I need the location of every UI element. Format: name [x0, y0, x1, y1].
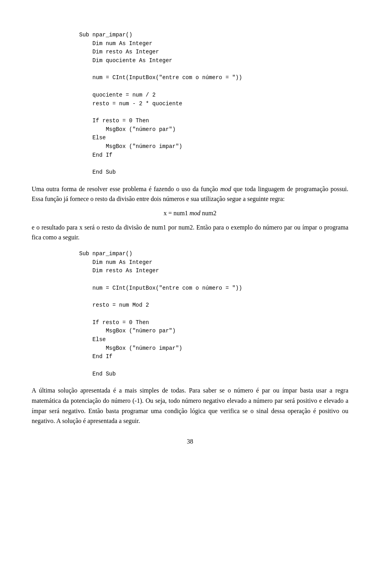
code-block-2: Sub npar_impar() Dim num As Integer Dim … — [79, 250, 348, 378]
code-block-1: Sub npar_impar() Dim num As Integer Dim … — [79, 31, 348, 177]
page-number: 38 — [32, 438, 348, 445]
prose-paragraph-3: A última solução apresentada é a mais si… — [32, 385, 348, 426]
formula-display: x = num1 mod num2 — [32, 210, 348, 217]
prose-paragraph-1: Uma outra forma de resolver esse problem… — [32, 184, 348, 204]
page: Sub npar_impar() Dim num As Integer Dim … — [0, 0, 380, 588]
prose-paragraph-2: e o resultado para x será o resto da div… — [32, 222, 348, 243]
